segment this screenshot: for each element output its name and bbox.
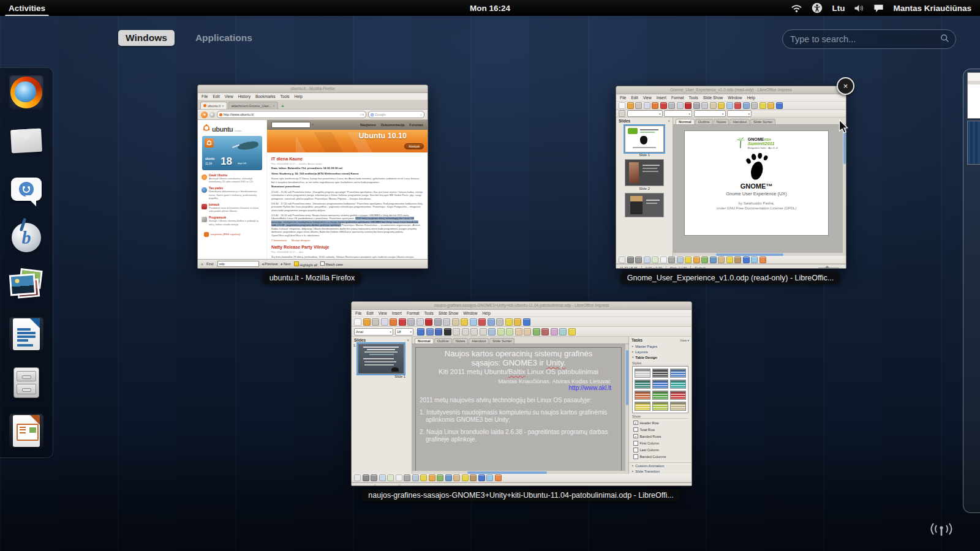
- table-option-checkbox[interactable]: Banded Columns: [629, 453, 692, 460]
- symbol-shapes-icon[interactable]: [429, 474, 435, 481]
- undo-icon[interactable]: [461, 318, 468, 326]
- menu-item[interactable]: Edit: [631, 96, 638, 100]
- menu-item[interactable]: Tools: [689, 96, 698, 100]
- table-style-swatch[interactable]: [635, 369, 650, 378]
- table-option-checkbox[interactable]: First Column: [629, 440, 692, 446]
- workspace-thumbnail[interactable]: [967, 121, 980, 165]
- table-style-swatch[interactable]: [670, 391, 686, 400]
- table-option-checkbox[interactable]: Total Row: [629, 426, 692, 433]
- view-tab[interactable]: Outline: [695, 119, 713, 124]
- table-style-swatch[interactable]: [652, 402, 668, 411]
- slide-thumbnail-3[interactable]: [625, 193, 664, 217]
- site-search-input[interactable]: [271, 122, 311, 128]
- print-icon[interactable]: [668, 102, 675, 109]
- sidebar-section[interactable]: Tau padės Nemokama dokumentacija ir bend…: [202, 187, 263, 200]
- menu-item[interactable]: Help: [482, 311, 490, 315]
- help-icon[interactable]: [523, 318, 530, 326]
- chart-icon[interactable]: [478, 318, 486, 326]
- fontwork-icon[interactable]: [478, 474, 485, 481]
- slide-hyperlink[interactable]: http://www.akl.lt: [420, 384, 617, 391]
- dock-item-empathy-chat[interactable]: [9, 172, 43, 206]
- window-firefox[interactable]: ubuntu.lt - Mozilla Firefox FileEditView…: [197, 84, 428, 269]
- export-pdf-icon[interactable]: [399, 318, 406, 326]
- italic-icon[interactable]: [426, 328, 434, 335]
- accessibility-icon[interactable]: [812, 2, 823, 13]
- open-icon[interactable]: [363, 318, 371, 326]
- zoom-level[interactable]: 100%: [679, 485, 688, 487]
- close-tab-icon[interactable]: ×: [222, 104, 224, 108]
- email-icon[interactable]: [644, 102, 650, 109]
- zoom-slider[interactable]: −+: [815, 266, 842, 269]
- open-icon[interactable]: [627, 102, 634, 109]
- rectangle-icon[interactable]: [644, 257, 650, 263]
- edit-file-icon[interactable]: [652, 102, 658, 109]
- new-tab-button[interactable]: +: [279, 103, 286, 109]
- search-go-icon[interactable]: ⌕: [420, 113, 422, 117]
- dock-item-shotwell-photos[interactable]: [9, 269, 43, 303]
- slide-canvas[interactable]: Naujos kartos operacinių sistemų grafinė…: [412, 344, 628, 474]
- rotate-icon[interactable]: [760, 257, 766, 263]
- menu-item[interactable]: Bookmarks: [255, 94, 276, 99]
- table-option-checkbox[interactable]: Header Row: [629, 419, 692, 426]
- menu-item[interactable]: Help: [295, 94, 303, 99]
- slide-canvas[interactable]: GNOMEASIA Summit2011 Bangalore India . A…: [673, 125, 846, 253]
- redo-icon[interactable]: [726, 102, 733, 109]
- close-panel-icon[interactable]: ×: [668, 119, 670, 123]
- table-style-swatch[interactable]: [652, 369, 668, 378]
- menu-item[interactable]: File: [202, 94, 208, 99]
- align-center-icon[interactable]: [462, 328, 469, 335]
- browser-tab-ubuntu-lt[interactable]: ubuntu.lt ×: [200, 102, 227, 109]
- overview-search[interactable]: [782, 29, 956, 49]
- menu-item[interactable]: History: [238, 94, 251, 99]
- forward-button[interactable]: ►: [209, 112, 215, 118]
- bookmark-star-icon[interactable]: ☆▾: [360, 113, 364, 116]
- table-style-swatch[interactable]: [670, 369, 686, 378]
- tasks-section-table-design[interactable]: ▾Table Design: [629, 354, 692, 360]
- save-icon[interactable]: [635, 102, 642, 109]
- view-tab[interactable]: Handout: [469, 338, 489, 343]
- menu-item[interactable]: Format: [671, 96, 684, 100]
- table-style-swatch[interactable]: [670, 380, 686, 389]
- help-icon[interactable]: [776, 102, 783, 109]
- slide-icon[interactable]: [619, 110, 625, 117]
- flowchart-icon[interactable]: [445, 474, 452, 481]
- ellipse-icon[interactable]: [652, 257, 658, 263]
- menu-item[interactable]: Window: [728, 96, 742, 100]
- menu-item[interactable]: Help: [747, 96, 755, 100]
- undo-icon[interactable]: [718, 102, 725, 109]
- tab-windows[interactable]: Windows: [118, 30, 175, 46]
- decrease-font-icon[interactable]: [541, 328, 549, 335]
- curve-icon[interactable]: [668, 257, 675, 263]
- block-arrows-icon[interactable]: [437, 474, 443, 481]
- curve-icon[interactable]: [404, 474, 410, 481]
- site-nav-link[interactable]: Naujienos: [360, 123, 376, 127]
- sidebar-section[interactable]: Įsitrauk Pasidalink savo techninėmis žin…: [202, 203, 263, 212]
- close-tab-icon[interactable]: ×: [273, 104, 275, 108]
- table-option-checkbox[interactable]: Banded Rows: [629, 433, 692, 440]
- cut-icon[interactable]: [434, 318, 442, 326]
- menu-item[interactable]: Tools: [280, 94, 289, 99]
- view-tab[interactable]: Notes: [453, 338, 469, 343]
- save-icon[interactable]: [372, 318, 379, 326]
- font-name-combo[interactable]: Arial▾: [354, 328, 393, 335]
- find-next-button[interactable]: ▸ Next: [281, 262, 291, 266]
- read-more-link[interactable]: Skaityti daugiau: [291, 239, 310, 242]
- slide-thumbnail-1[interactable]: [625, 126, 664, 152]
- new-icon[interactable]: [619, 102, 625, 109]
- background-icon[interactable]: [568, 328, 576, 335]
- match-case-checkbox[interactable]: Match case: [320, 261, 343, 266]
- ellipse-icon[interactable]: [387, 474, 394, 481]
- font-size-combo[interactable]: 18▾: [395, 328, 413, 335]
- rotate-icon[interactable]: [495, 474, 502, 481]
- rss-link[interactable]: naujienos (RSS sąrašas): [204, 232, 260, 237]
- activities-button[interactable]: Activities: [0, 0, 54, 16]
- cut-icon[interactable]: [693, 102, 700, 109]
- workspace-switcher[interactable]: [963, 69, 980, 513]
- url-bar[interactable]: http://www.ubuntu.lt/ ☆▾: [217, 111, 366, 118]
- menu-item[interactable]: View: [225, 94, 233, 99]
- view-tab[interactable]: Normal: [676, 119, 695, 124]
- view-tab[interactable]: Slide Sorter: [489, 338, 514, 343]
- browser-tab-attachment[interactable]: attachment:Gnome_User... ×: [228, 102, 278, 109]
- sidebar-section[interactable]: Programuok Ištaisyk / Ubuntu sistemų dar…: [202, 216, 263, 225]
- menu-item[interactable]: File: [620, 96, 626, 100]
